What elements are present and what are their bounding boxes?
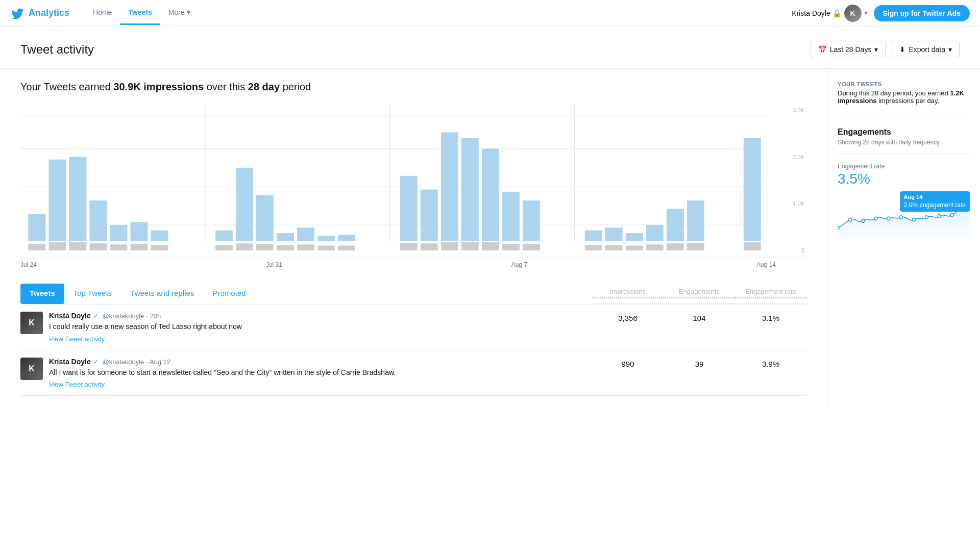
chart-label-aug7: Aug 7 (511, 261, 527, 268)
svg-rect-15 (236, 168, 253, 241)
avatar: K (844, 5, 862, 22)
tweet-author: Krista Doyle (49, 312, 91, 320)
chart-label-jul24: Jul 24 (20, 261, 37, 268)
view-tweet-activity[interactable]: View Tweet activity (49, 335, 592, 343)
engagements-section: Engagements Showing 28 days with daily f… (838, 128, 970, 242)
tab-top-tweets[interactable]: Top Tweets (64, 284, 121, 304)
avatar: K (20, 358, 43, 380)
signup-button[interactable]: Sign up for Twitter Ads (874, 5, 970, 21)
brand-name: Analytics (29, 8, 69, 18)
svg-rect-47 (317, 246, 335, 251)
user-menu[interactable]: Krista Doyle 🔒 K ▾ (792, 5, 867, 22)
tab-tweets[interactable]: Tweets (20, 284, 64, 304)
table-row: K Krista Doyle ✓ @kristakdoyle · 20h I c… (20, 305, 806, 350)
svg-rect-20 (338, 235, 355, 241)
tweet-handle: @kristakdoyle (102, 358, 144, 366)
svg-rect-16 (256, 195, 274, 241)
tweet-list: K Krista Doyle ✓ @kristakdoyle · 20h I c… (20, 305, 806, 396)
nav-home[interactable]: Home (85, 1, 120, 25)
engagement-chart: Aug 14 2.0% engagement rate (838, 191, 970, 242)
chart-label-aug14: Aug 14 (756, 261, 776, 268)
svg-rect-45 (277, 245, 294, 250)
svg-rect-17 (277, 233, 294, 241)
chart-container: 3.0K 2.0K 1.0K 5 Jul 24 Jul 31 Aug 7 Aug… (20, 105, 806, 268)
calendar-icon: 📅 (818, 45, 827, 54)
tweet-stats: 990 39 3.9% (592, 358, 806, 368)
page-title: Tweet activity (20, 42, 94, 57)
svg-point-68 (900, 216, 903, 219)
svg-rect-48 (338, 246, 355, 251)
date-filter-button[interactable]: 📅 Last 28 Days ▾ (811, 41, 886, 58)
chart-x-labels: Jul 24 Jul 31 Aug 7 Aug 14 (20, 258, 806, 268)
user-chevron-icon: ▾ (865, 10, 868, 16)
svg-rect-58 (626, 246, 643, 251)
svg-rect-26 (502, 192, 520, 241)
svg-rect-33 (687, 200, 704, 241)
tweet-engagement-rate: 3.9% (735, 358, 806, 368)
svg-point-66 (874, 217, 877, 220)
svg-rect-61 (687, 243, 704, 250)
bar-chart-svg (20, 105, 806, 258)
svg-rect-35 (28, 244, 45, 250)
sidebar: YOUR TWEETS During this 28 day period, y… (827, 69, 980, 408)
svg-rect-55 (523, 244, 540, 250)
tweet-engagement-rate: 3.1% (735, 312, 806, 322)
tweet-time: · 20h (146, 312, 161, 320)
chart-label-jul31: Jul 31 (266, 261, 282, 268)
svg-rect-10 (90, 200, 107, 241)
engagement-rate-value: 3.5% (838, 171, 970, 187)
svg-rect-39 (110, 244, 128, 250)
nav-more[interactable]: More ▾ (160, 1, 199, 25)
sidebar-divider-2 (838, 154, 970, 155)
navbar: Analytics Home Tweets More ▾ Krista Doyl… (0, 0, 980, 27)
svg-rect-21 (400, 176, 418, 241)
svg-rect-40 (131, 244, 148, 250)
svg-rect-13 (151, 231, 168, 241)
svg-rect-28 (585, 231, 602, 241)
engagement-rate-label: Engagement rate (838, 163, 970, 170)
svg-rect-38 (90, 243, 107, 250)
svg-rect-19 (317, 236, 335, 241)
engagements-title: Engagements (838, 128, 970, 137)
svg-rect-43 (236, 243, 253, 250)
tweet-body: Krista Doyle ✓ @kristakdoyle · 20h I cou… (49, 312, 592, 343)
tweet-author: Krista Doyle (49, 358, 91, 366)
col-header-impressions: Impressions (592, 288, 664, 298)
svg-rect-18 (297, 227, 314, 241)
col-header-engagement-rate: Engagement rate (735, 288, 806, 298)
y-axis: 3.0K 2.0K 1.0K 5 (778, 105, 806, 258)
tweet-engagements: 104 (664, 312, 735, 322)
svg-rect-29 (605, 227, 623, 241)
svg-point-71 (938, 215, 941, 218)
svg-rect-31 (646, 225, 664, 241)
tweet-handle: @kristakdoyle (102, 312, 144, 320)
svg-rect-52 (461, 242, 479, 250)
twitter-logo (10, 6, 24, 20)
svg-rect-8 (48, 160, 66, 241)
svg-rect-54 (502, 244, 520, 250)
svg-rect-42 (215, 245, 233, 250)
tab-tweets-replies[interactable]: Tweets and replies (121, 284, 203, 304)
brand: Analytics (10, 6, 69, 20)
tweet-time: · Aug 12 (146, 358, 170, 366)
main-container: Your Tweets earned 30.9K impressions ove… (0, 69, 980, 408)
nav-tweets[interactable]: Tweets (120, 1, 160, 25)
svg-rect-23 (441, 132, 458, 241)
avatar: K (20, 312, 43, 334)
view-tweet-activity[interactable]: View Tweet activity (49, 381, 592, 388)
nav-links: Home Tweets More ▾ (85, 1, 199, 25)
svg-rect-11 (110, 225, 128, 241)
tab-promoted[interactable]: Promoted (203, 284, 255, 304)
svg-point-65 (862, 219, 865, 222)
tweet-text: I could really use a new season of Ted L… (49, 322, 592, 332)
tweet-impressions: 3,356 (592, 312, 664, 322)
svg-rect-44 (256, 244, 274, 250)
table-row: K Krista Doyle ✓ @kristakdoyle · Aug 12 … (20, 350, 806, 396)
username: Krista Doyle 🔒 (792, 9, 841, 17)
export-button[interactable]: ⬇ Export data ▾ (892, 41, 960, 58)
main-content: Your Tweets earned 30.9K impressions ove… (0, 69, 827, 408)
svg-rect-14 (215, 231, 233, 241)
svg-rect-7 (28, 214, 45, 241)
svg-point-69 (912, 218, 915, 221)
download-icon: ⬇ (899, 45, 905, 54)
